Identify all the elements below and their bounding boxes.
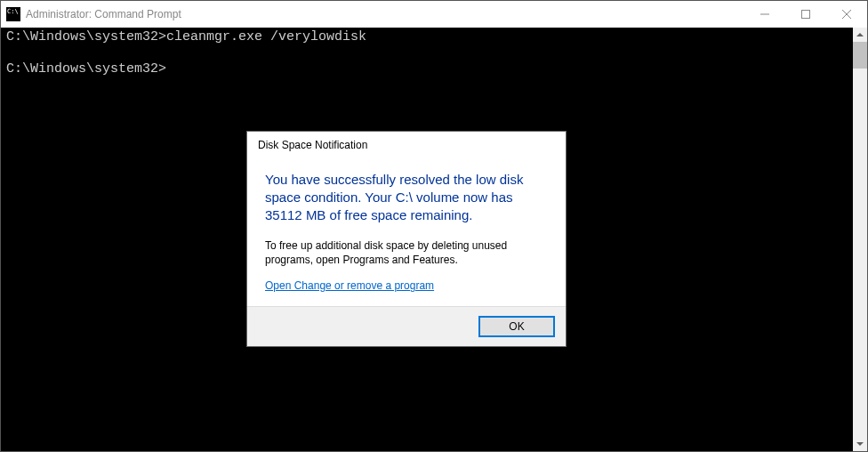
terminal-content: C:\Windows\system32>cleanmgr.exe /verylo… (6, 29, 865, 77)
cmd-icon (6, 7, 20, 21)
close-button[interactable] (826, 1, 867, 28)
scroll-down-button[interactable] (853, 437, 867, 451)
command-text: cleanmgr.exe /verylowdisk (166, 29, 366, 44)
minimize-button[interactable] (744, 1, 785, 28)
svg-marker-4 (856, 33, 864, 36)
svg-marker-5 (856, 442, 864, 446)
vertical-scrollbar[interactable] (853, 28, 867, 451)
svg-rect-1 (802, 11, 810, 19)
disk-space-notification-dialog: Disk Space Notification You have success… (246, 131, 567, 347)
ok-button[interactable]: OK (478, 316, 555, 337)
scroll-up-button[interactable] (853, 28, 867, 42)
titlebar[interactable]: Administrator: Command Prompt (1, 1, 867, 28)
dialog-footer: OK (247, 306, 566, 346)
prompt-line: C:\Windows\system32> (6, 29, 166, 44)
maximize-button[interactable] (785, 1, 826, 28)
scroll-thumb[interactable] (853, 42, 867, 69)
dialog-message: You have successfully resolved the low d… (265, 171, 548, 224)
window-controls (744, 1, 867, 28)
window-title: Administrator: Command Prompt (26, 8, 744, 20)
prompt-line: C:\Windows\system32> (6, 61, 166, 77)
dialog-body: You have successfully resolved the low d… (247, 158, 566, 306)
dialog-subtext: To free up additional disk space by dele… (265, 238, 548, 267)
dialog-title[interactable]: Disk Space Notification (247, 132, 566, 158)
open-programs-link[interactable]: Open Change or remove a program (265, 279, 434, 292)
